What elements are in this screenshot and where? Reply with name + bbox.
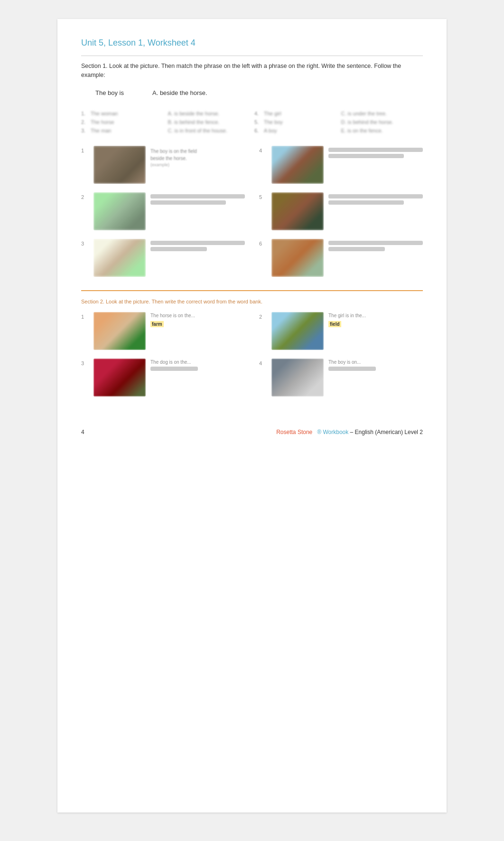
exercise-item-4: 4	[259, 146, 423, 184]
section2-label-4: The boy is on...	[328, 359, 423, 365]
match-answer-e: D. is behind the horse.	[341, 119, 423, 125]
section2-answer-1: farm	[150, 321, 164, 327]
match-item-5: 5. The boy	[254, 119, 336, 125]
page-number: 4	[81, 429, 84, 435]
section2-img-1	[93, 312, 146, 350]
exercise-col-right: 4 5	[259, 146, 423, 285]
exercise-item-1: 1 The boy is on the field beside the hor…	[81, 146, 245, 184]
match-num-2: 2.	[81, 119, 91, 125]
match-answer-f: E. is on the fence.	[341, 128, 423, 133]
match-answer-text-a: A. is beside the horse.	[168, 111, 220, 116]
match-item-2: 2. The horse	[81, 119, 163, 125]
section2-item-4: 4 The boy is on...	[259, 359, 423, 397]
match-item-4: 4. The girl	[254, 111, 336, 116]
match-num-4: 4.	[254, 111, 264, 116]
match-section: 1. The woman 2. The horse 3. The man A. …	[81, 111, 423, 136]
section2-item-3: 3 The dog is on the...	[81, 359, 245, 397]
match-answer-c: C. is in front of the house.	[168, 128, 250, 133]
match-num-5: 5.	[254, 119, 264, 125]
match-col-right-answers: C. is under the tree. D. is behind the h…	[341, 111, 423, 136]
match-num-1: 1.	[81, 111, 91, 116]
match-text-4: The girl	[264, 111, 281, 116]
section2-text-1: The horse is on the... farm	[150, 312, 245, 327]
exercise-text-6	[328, 239, 423, 253]
section2-item-2: 2 The girl is in the... field	[259, 312, 423, 350]
exercise-text-5	[328, 192, 423, 207]
section2-text-3: The dog is on the...	[150, 359, 245, 371]
footer-rosetta: Rosetta Stone	[276, 429, 312, 435]
section-divider	[81, 56, 423, 56]
exercise-item-5: 5	[259, 192, 423, 230]
match-col-left-answers: A. is beside the horse. B. is behind the…	[168, 111, 250, 136]
section2-item-1: 1 The horse is on the... farm	[81, 312, 245, 350]
exercise-img-1	[93, 146, 146, 184]
match-answer-a: A. is beside the horse.	[168, 111, 250, 116]
match-answer-b: B. is behind the fence.	[168, 119, 250, 125]
exercise-num-5: 5	[259, 192, 267, 200]
footer-workbook: ® Workbook	[317, 429, 348, 435]
exercise-num-4: 4	[259, 146, 267, 153]
match-text-1: The woman	[91, 111, 118, 116]
match-item-1: 1. The woman	[81, 111, 163, 116]
page-title: Unit 5, Lesson 1, Worksheet 4	[81, 38, 423, 48]
section2-img-4	[271, 359, 324, 397]
match-col-right: 4. The girl 5. The boy 6. A boy	[254, 111, 336, 136]
match-item-3: 3. The man	[81, 128, 163, 133]
section2-label-2: The girl is in the...	[328, 313, 423, 318]
match-item-6: 6. A boy	[254, 128, 336, 133]
section2-instruction: Section 2. Look at the picture. Then wri…	[81, 299, 423, 304]
example-left-text: The boy is	[95, 89, 124, 96]
footer-subtitle: – English (American) Level 2	[350, 429, 423, 435]
match-text-3: The man	[91, 128, 111, 133]
match-text-6: A boy	[264, 128, 277, 133]
section2-divider	[81, 290, 423, 291]
exercise-img-6	[271, 239, 324, 277]
footer-brand: Rosetta Stone ® Workbook – English (Amer…	[276, 429, 423, 435]
match-answer-text-b: B. is behind the fence.	[168, 119, 220, 125]
match-num-3: 3.	[81, 128, 91, 133]
page-footer: 4 Rosetta Stone ® Workbook – English (Am…	[81, 429, 423, 435]
exercise-col-left: 1 The boy is on the field beside the hor…	[81, 146, 245, 285]
match-answer-d: C. is under the tree.	[341, 111, 423, 116]
section2-num-2: 2	[259, 312, 267, 320]
exercise-grid: 1 The boy is on the field beside the hor…	[81, 146, 423, 285]
section2-label-3: The dog is on the...	[150, 359, 245, 365]
match-num-6: 6.	[254, 128, 264, 133]
match-answer-text-f: E. is on the fence.	[341, 128, 383, 133]
match-col-left: 1. The woman 2. The horse 3. The man	[81, 111, 163, 136]
exercise-img-3	[93, 239, 146, 277]
section2-answer-2: field	[328, 321, 341, 327]
exercise-num-2: 2	[81, 192, 89, 200]
exercise-img-5	[271, 192, 324, 230]
exercise-text-3	[150, 239, 245, 253]
example-row: The boy is A. beside the horse.	[95, 89, 423, 96]
section2-label-1: The horse is on the...	[150, 313, 245, 318]
section1-instruction: Section 1. Look at the picture. Then mat…	[81, 62, 423, 80]
match-text-2: The horse	[91, 119, 114, 125]
section2-text-4: The boy is on...	[328, 359, 423, 371]
exercise-num-1: 1	[81, 146, 89, 153]
section2-img-2	[271, 312, 324, 350]
exercise-item-6: 6	[259, 239, 423, 277]
section2-text-2: The girl is in the... field	[328, 312, 423, 327]
exercise-num-3: 3	[81, 239, 89, 246]
match-answer-text-c: C. is in front of the house.	[168, 128, 227, 133]
section2-num-1: 1	[81, 312, 89, 320]
example-right-text: A. beside the horse.	[152, 89, 207, 96]
exercise-text-1: The boy is on the field beside the horse…	[150, 146, 245, 169]
exercise-img-4	[271, 146, 324, 184]
match-text-5: The boy	[264, 119, 283, 125]
exercise-item-2: 2	[81, 192, 245, 230]
exercise-text-4	[328, 146, 423, 160]
section2-num-3: 3	[81, 359, 89, 366]
section2-img-3	[93, 359, 146, 397]
match-answer-text-d: C. is under the tree.	[341, 111, 387, 116]
exercise-num-6: 6	[259, 239, 267, 246]
section2-num-4: 4	[259, 359, 267, 366]
exercise-img-2	[93, 192, 146, 230]
match-answer-text-e: D. is behind the horse.	[341, 119, 393, 125]
exercise-item-3: 3	[81, 239, 245, 277]
exercise-text-2	[150, 192, 245, 207]
section2-grid: 1 The horse is on the... farm 2 The girl…	[81, 312, 423, 405]
